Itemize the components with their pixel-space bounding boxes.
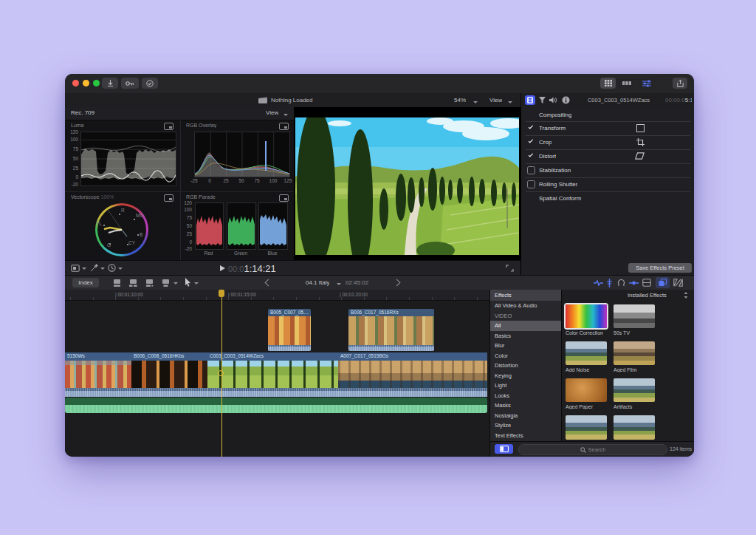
- effects-category-blur[interactable]: Blur: [490, 341, 561, 351]
- overwrite-edit-button[interactable]: [161, 279, 171, 287]
- inspector-panel: Compositing Transform Crop Distort Stabi…: [520, 107, 694, 275]
- effects-search-field[interactable]: Search: [518, 444, 667, 455]
- luma-scope: Luma 120 100 75 50 25 0 -20: [65, 120, 181, 192]
- transform-icon[interactable]: [636, 124, 645, 132]
- effects-category-all-video-audio[interactable]: All Video & Audio: [490, 301, 561, 311]
- primary-clip[interactable]: B006_C008_0516HKbs: [131, 352, 208, 397]
- list-view-button[interactable]: [618, 78, 635, 89]
- effects-category-stylize[interactable]: Stylize: [490, 420, 561, 431]
- popout-icon[interactable]: [164, 194, 173, 202]
- effect-thumb-aged-film[interactable]: [614, 341, 655, 365]
- inspector-toggle-button[interactable]: [638, 78, 655, 89]
- effects-browser-button[interactable]: [656, 277, 670, 288]
- effects-category-text-effects[interactable]: Text Effects: [490, 431, 561, 441]
- play-button[interactable]: [220, 265, 225, 271]
- playhead-handle[interactable]: [219, 290, 224, 297]
- snapping-toggle[interactable]: [629, 279, 639, 287]
- rolling-shutter-checkbox[interactable]: [527, 180, 535, 188]
- stabilization-checkbox[interactable]: [527, 166, 535, 174]
- playhead[interactable]: [221, 290, 222, 457]
- enhancements-menu[interactable]: [90, 264, 98, 272]
- select-tool-menu[interactable]: [185, 278, 191, 287]
- effects-category-color[interactable]: Color: [490, 351, 561, 361]
- close-button[interactable]: [72, 80, 79, 86]
- popout-icon[interactable]: [279, 123, 289, 130]
- connect-edit-button[interactable]: [112, 279, 122, 287]
- import-button[interactable]: [102, 78, 118, 89]
- inspector-row-rolling-shutter: Rolling Shutter: [539, 181, 577, 188]
- retime-menu[interactable]: [108, 264, 116, 272]
- index-button[interactable]: Index: [72, 278, 99, 287]
- timeline-ruler[interactable]: | 00:01:10:00 | 00:01:15:00 | 00:01:20:0…: [65, 290, 489, 301]
- skimming-toggle[interactable]: [594, 279, 603, 287]
- inspector-row-stabilization: Stabilization: [539, 167, 571, 174]
- view-options-menu[interactable]: [71, 265, 80, 272]
- solo-toggle[interactable]: [617, 279, 625, 287]
- effect-thumb-aged-paper[interactable]: [566, 378, 607, 402]
- effects-category-distortion[interactable]: Distortion: [490, 361, 561, 371]
- effect-thumb-color-correction[interactable]: [566, 304, 607, 328]
- connected-clip[interactable]: B006_C017_0516RXs: [348, 309, 434, 351]
- effects-category-all[interactable]: All: [490, 321, 561, 331]
- viewer-zoom-menu[interactable]: 54%: [454, 97, 466, 103]
- primary-clip[interactable]: C003_C003_0514WZacs: [207, 352, 339, 397]
- rgb-overlay-scope: RGB Overlay -25 0 25 50 75 100 125: [181, 120, 294, 192]
- installed-effects-menu[interactable]: Installed Effects: [628, 292, 667, 299]
- effects-category-keying[interactable]: Keying: [490, 371, 561, 381]
- browser-pane-toggle-button[interactable]: [495, 444, 513, 454]
- clip-name: B006_C017_0516RXs: [348, 309, 434, 316]
- info-inspector-tab[interactable]: [562, 96, 570, 104]
- project-name-menu[interactable]: 04.1 Italy: [306, 279, 329, 286]
- rgb-parade-scope: RGB Parade 120 100 75 50 25 0 -20 Red Gr…: [181, 192, 294, 260]
- audio-skimming-toggle[interactable]: [606, 279, 613, 287]
- chevron-down-icon: [173, 282, 178, 284]
- effects-category-nostalgia[interactable]: Nostalgia: [490, 411, 561, 421]
- effect-thumb-50s-tv[interactable]: [614, 304, 655, 328]
- save-effects-preset-button[interactable]: Save Effects Preset: [628, 263, 692, 273]
- effects-category-basics[interactable]: Basics: [490, 331, 561, 341]
- filmstrip-icon: [622, 81, 631, 86]
- viewer[interactable]: [294, 107, 520, 260]
- distort-icon[interactable]: [635, 152, 645, 160]
- viewer-header: Nothing Loaded 54% View: [65, 93, 520, 108]
- zoom-button[interactable]: [93, 80, 100, 86]
- browser-view-button[interactable]: [600, 78, 616, 89]
- audio-clip[interactable]: [65, 398, 487, 413]
- viewer-view-menu[interactable]: View: [489, 97, 502, 103]
- effect-label: Artifacts: [614, 404, 655, 409]
- effects-category-light[interactable]: Light: [490, 381, 561, 391]
- insert-edit-button[interactable]: [128, 279, 138, 287]
- keyframe-dot[interactable]: [218, 370, 224, 376]
- next-project-icon[interactable]: [394, 279, 401, 287]
- timeline[interactable]: | 00:01:10:00 | 00:01:15:00 | 00:01:20:0…: [65, 290, 489, 457]
- share-button[interactable]: [673, 78, 687, 89]
- effect-thumb-artifacts[interactable]: [614, 378, 655, 402]
- audio-inspector-tab[interactable]: [549, 97, 557, 103]
- effect-thumb[interactable]: [614, 415, 655, 440]
- scopes-view-menu[interactable]: View: [266, 109, 278, 116]
- popout-icon[interactable]: [279, 194, 289, 202]
- clip-appearance-button[interactable]: [642, 279, 651, 287]
- clip-name: A007_C017_0515BGs: [338, 352, 487, 361]
- effect-thumb-add-noise[interactable]: [566, 341, 607, 365]
- effects-category-masks[interactable]: Masks: [490, 401, 561, 411]
- connected-clip[interactable]: B005_C007_05…: [268, 309, 311, 351]
- primary-clip[interactable]: A007_C017_0515BGs: [338, 352, 487, 397]
- rgb-overlay-label: RGB Overlay: [186, 123, 216, 128]
- transitions-browser-button[interactable]: [673, 279, 683, 287]
- color-inspector-tab[interactable]: [539, 97, 546, 103]
- previous-project-icon[interactable]: [265, 279, 272, 287]
- minimize-button[interactable]: [83, 80, 89, 86]
- effect-thumb[interactable]: [566, 415, 607, 440]
- background-tasks-button[interactable]: [142, 78, 158, 89]
- effects-category-looks[interactable]: Looks: [490, 391, 561, 401]
- crop-icon[interactable]: [636, 138, 645, 146]
- popout-icon[interactable]: [164, 123, 173, 130]
- fullscreen-icon[interactable]: [506, 265, 514, 272]
- primary-clip[interactable]: 5150Ws: [65, 352, 132, 397]
- video-inspector-tab[interactable]: [525, 95, 535, 105]
- append-edit-button[interactable]: [145, 279, 154, 287]
- keyword-button[interactable]: [121, 78, 139, 89]
- vectorscope: Vectorscope 100% R MG B CY G YL: [65, 192, 181, 260]
- chevron-down-icon: [194, 282, 199, 284]
